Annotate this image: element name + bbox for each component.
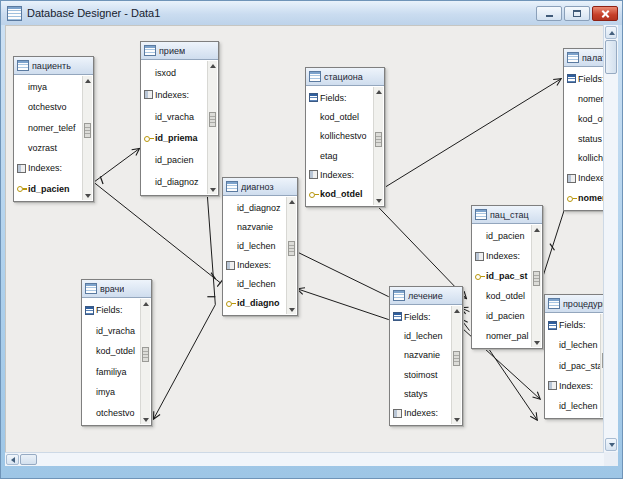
table-scroll-thumb[interactable]: [142, 347, 149, 362]
close-button[interactable]: [592, 6, 618, 21]
table-scroll-down-icon[interactable]: [453, 416, 460, 423]
table-header[interactable]: процедуры: [545, 295, 611, 313]
indexes-label-row[interactable]: Indexes:: [567, 168, 604, 188]
table-field-row[interactable]: id_pacien: [475, 306, 532, 326]
indexes-label-row[interactable]: Indexes:: [144, 84, 208, 106]
vertical-scroll-thumb[interactable]: [605, 40, 617, 74]
table-scroll-up-icon[interactable]: [84, 77, 91, 84]
entity-table[interactable]: врачи Fields:id_vrachakod_otdelfamiliyai…: [81, 279, 152, 426]
relation-line[interactable]: [207, 195, 215, 304]
entity-table[interactable]: пациенть imyaotchestvonomer_telefvozrast…: [13, 56, 94, 202]
relation-line[interactable]: [369, 79, 561, 197]
table-field-row[interactable]: etag: [309, 146, 374, 165]
indexes-label-row[interactable]: Indexes:: [393, 404, 452, 423]
relation-line[interactable]: [154, 305, 216, 419]
table-field-row[interactable]: id_pacien: [475, 226, 532, 246]
table-scroll-thumb[interactable]: [375, 132, 382, 147]
table-scroll-up-icon[interactable]: [453, 307, 460, 314]
table-scrollbar[interactable]: [451, 306, 461, 424]
table-field-row[interactable]: id_diagnoz: [144, 171, 208, 193]
table-scroll-up-icon[interactable]: [288, 198, 295, 205]
table-scroll-down-icon[interactable]: [375, 197, 382, 204]
table-field-row[interactable]: id_vracha: [144, 106, 208, 128]
table-field-row[interactable]: id_pac_sta: [548, 355, 601, 375]
table-pk-row[interactable]: id_diagno: [226, 294, 287, 313]
relation-line[interactable]: [541, 210, 564, 282]
table-pk-row[interactable]: id_priema: [144, 127, 208, 149]
fields-label-row[interactable]: Fields:: [85, 300, 141, 321]
scroll-down-button[interactable]: [605, 438, 617, 451]
table-header[interactable]: прием: [141, 42, 218, 60]
table-header[interactable]: врачи: [82, 280, 151, 298]
table-scroll-thumb[interactable]: [209, 112, 216, 127]
table-field-row[interactable]: stoimost: [393, 365, 452, 384]
table-field-row[interactable]: imya: [85, 382, 141, 403]
table-pk-row[interactable]: id_pacien: [17, 179, 83, 199]
table-field-row[interactable]: id_vracha: [85, 321, 141, 342]
table-field-row[interactable]: id_lechen: [548, 396, 601, 416]
table-scroll-down-icon[interactable]: [209, 186, 216, 193]
diagram-canvas[interactable]: пациенть imyaotchestvonomer_telefvozrast…: [5, 25, 618, 452]
table-header[interactable]: стациона: [306, 68, 384, 86]
fields-label-row[interactable]: Fields:: [309, 88, 374, 107]
table-header[interactable]: пац_стац: [472, 206, 542, 224]
scroll-left-button[interactable]: [6, 454, 19, 465]
table-scroll-down-icon[interactable]: [288, 306, 295, 313]
table-scroll-down-icon[interactable]: [84, 192, 91, 199]
table-field-row[interactable]: otchestvo: [85, 403, 141, 424]
table-field-row[interactable]: id_lechen: [226, 275, 287, 294]
table-field-row[interactable]: statys: [393, 384, 452, 403]
entity-table[interactable]: пац_стац id_pacienIndexes:id_pac_stkod_o…: [471, 205, 543, 349]
title-bar[interactable]: Database Designer - Data1: [1, 1, 622, 25]
table-field-row[interactable]: kod_otde: [567, 109, 604, 129]
table-field-row[interactable]: imya: [17, 77, 83, 97]
table-scroll-thumb[interactable]: [288, 241, 295, 256]
table-scroll-up-icon[interactable]: [533, 226, 540, 233]
relation-line[interactable]: [297, 252, 389, 297]
table-field-row[interactable]: nazvanie: [393, 346, 452, 365]
horizontal-scroll-thumb[interactable]: [20, 454, 37, 465]
vertical-scrollbar[interactable]: [603, 25, 618, 452]
table-header[interactable]: лечение: [390, 287, 462, 305]
indexes-label-row[interactable]: Indexes:: [475, 246, 532, 266]
table-scroll-up-icon[interactable]: [375, 88, 382, 95]
relation-line[interactable]: [369, 197, 467, 299]
relation-line[interactable]: [297, 289, 389, 320]
horizontal-scrollbar[interactable]: [5, 452, 618, 466]
table-scroll-up-icon[interactable]: [209, 62, 216, 69]
table-field-row[interactable]: id_diagnoz: [226, 198, 287, 217]
table-scrollbar[interactable]: [82, 76, 92, 200]
table-scrollbar[interactable]: [286, 197, 296, 314]
table-field-row[interactable]: nomer_pal: [475, 326, 532, 346]
indexes-label-row[interactable]: Indexes:: [17, 158, 83, 178]
table-scrollbar[interactable]: [207, 61, 217, 194]
table-header[interactable]: диагноз: [223, 178, 297, 196]
entity-table[interactable]: стациона Fields:kod_otdelkollichestvoeta…: [305, 67, 385, 207]
entity-table[interactable]: прием isxodIndexes:id_vrachaid_priemaid_…: [140, 41, 219, 196]
indexes-label-row[interactable]: Indexes:: [226, 256, 287, 275]
table-scroll-thumb[interactable]: [533, 271, 540, 286]
table-field-row[interactable]: familiya: [85, 362, 141, 383]
fields-label-row[interactable]: Fields:: [567, 69, 604, 89]
table-pk-row[interactable]: id_pac_st: [475, 266, 532, 286]
table-field-row[interactable]: kollichestvo: [309, 127, 374, 146]
table-scroll-down-icon[interactable]: [142, 416, 149, 423]
table-field-row[interactable]: vozrast: [17, 138, 83, 158]
entity-table[interactable]: диагноз id_diagnoznazvanieid_lechenIndex…: [222, 177, 298, 316]
scroll-up-button[interactable]: [605, 26, 617, 39]
table-field-row[interactable]: status: [567, 129, 604, 149]
fields-label-row[interactable]: Fields:: [393, 307, 452, 326]
table-scrollbar[interactable]: [531, 225, 541, 347]
relation-line[interactable]: [94, 182, 221, 283]
table-scroll-thumb[interactable]: [453, 351, 460, 366]
maximize-button[interactable]: [564, 6, 590, 21]
table-pk-row[interactable]: nomer_p: [567, 188, 604, 208]
table-field-row[interactable]: isxod: [144, 62, 208, 84]
table-field-row[interactable]: id_lechen: [393, 326, 452, 345]
table-scrollbar[interactable]: [140, 299, 150, 424]
fields-label-row[interactable]: Fields:: [548, 315, 601, 335]
entity-table[interactable]: процедуры Fields:id_lechenid_pac_staInde…: [544, 294, 612, 419]
table-scroll-up-icon[interactable]: [142, 300, 149, 307]
table-field-row[interactable]: kod_otdel: [309, 107, 374, 126]
table-field-row[interactable]: otchestvo: [17, 97, 83, 117]
